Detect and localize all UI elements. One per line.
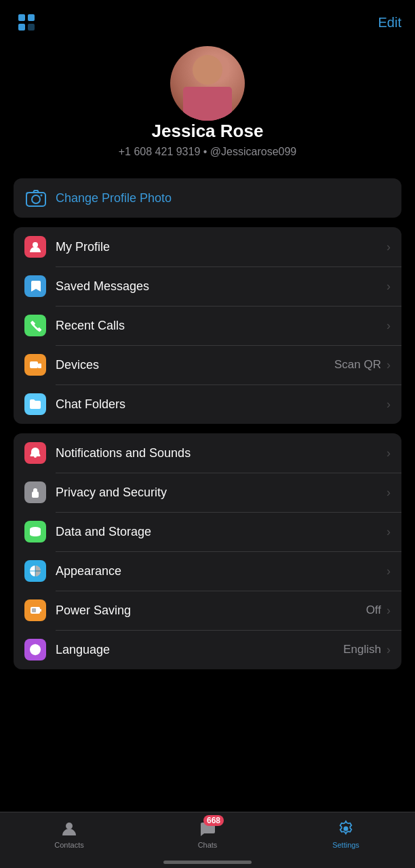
chats-tab-label: Chats — [198, 841, 218, 849]
svg-rect-0 — [18, 14, 25, 21]
chats-tab-icon: 668 — [198, 819, 217, 838]
profile-info: +1 608 421 9319 • @Jessicarose099 — [119, 146, 296, 158]
privacy-icon — [24, 481, 46, 503]
settings-tab-icon — [336, 819, 355, 838]
language-icon — [24, 639, 46, 660]
chevron-icon: › — [387, 564, 391, 578]
chevron-icon: › — [387, 643, 391, 657]
svg-point-8 — [32, 195, 40, 203]
recent-calls-icon — [24, 315, 46, 336]
power-saving-label: Power Saving — [56, 604, 366, 618]
saved-messages-icon — [24, 275, 46, 297]
svg-rect-11 — [30, 361, 38, 368]
appearance-label: Appearance — [56, 564, 385, 578]
devices-icon — [24, 354, 46, 376]
chevron-icon: › — [387, 604, 391, 618]
svg-point-21 — [344, 827, 349, 831]
svg-point-20 — [66, 823, 73, 829]
svg-rect-13 — [32, 492, 39, 498]
grid-icon[interactable] — [14, 9, 39, 35]
menu-item-power-saving[interactable]: Power Saving Off › — [14, 591, 401, 630]
change-photo-button[interactable]: Change Profile Photo — [14, 178, 401, 218]
chevron-icon: › — [387, 319, 391, 333]
svg-point-9 — [41, 195, 43, 197]
devices-label: Devices — [56, 358, 334, 372]
my-profile-icon — [24, 236, 46, 258]
menu-item-appearance[interactable]: Appearance › — [14, 551, 401, 591]
svg-rect-2 — [18, 24, 25, 31]
notifications-icon — [24, 442, 46, 464]
language-label: Language — [56, 643, 343, 657]
tab-bar: Contacts 668 Chats Settings — [0, 812, 415, 868]
menu-item-devices[interactable]: Devices Scan QR › — [14, 345, 401, 384]
appearance-icon — [24, 560, 46, 582]
menu-item-notifications[interactable]: Notifications and Sounds › — [14, 433, 401, 473]
menu-item-my-profile[interactable]: My Profile › — [14, 227, 401, 267]
chevron-icon: › — [387, 358, 391, 372]
chevron-icon: › — [387, 397, 391, 412]
chats-badge: 668 — [203, 815, 224, 826]
devices-value: Scan QR — [334, 358, 381, 372]
chat-folders-icon — [24, 393, 46, 415]
chat-folders-label: Chat Folders — [56, 397, 385, 412]
chevron-icon: › — [387, 525, 391, 539]
menu-group-2: Notifications and Sounds › Privacy and S… — [14, 433, 401, 669]
change-photo-label: Change Profile Photo — [56, 191, 172, 205]
avatar — [170, 46, 245, 121]
tab-chats[interactable]: 668 Chats — [138, 819, 277, 849]
profile-section: Jessica Rose +1 608 421 9319 • @Jessicar… — [0, 39, 415, 172]
privacy-label: Privacy and Security — [56, 486, 385, 500]
menu-item-recent-calls[interactable]: Recent Calls › — [14, 306, 401, 345]
svg-point-10 — [33, 242, 38, 248]
language-value: English — [343, 643, 381, 656]
chevron-icon: › — [387, 240, 391, 254]
contacts-tab-label: Contacts — [54, 841, 83, 849]
menu-item-privacy[interactable]: Privacy and Security › — [14, 473, 401, 512]
svg-rect-3 — [28, 24, 35, 31]
svg-rect-12 — [38, 363, 41, 368]
home-indicator — [163, 861, 252, 864]
menu-item-data-storage[interactable]: Data and Storage › — [14, 512, 401, 551]
notifications-label: Notifications and Sounds — [56, 446, 385, 460]
tab-settings[interactable]: Settings — [277, 819, 415, 849]
power-saving-value: Off — [366, 604, 381, 617]
svg-rect-17 — [40, 609, 41, 612]
header: Edit — [0, 0, 415, 39]
chevron-icon: › — [387, 279, 391, 294]
menu-item-language[interactable]: Language English › — [14, 630, 401, 669]
my-profile-label: My Profile — [56, 240, 385, 254]
svg-point-4 — [193, 55, 222, 85]
menu-item-chat-folders[interactable]: Chat Folders › — [14, 384, 401, 424]
svg-rect-18 — [32, 608, 36, 612]
contacts-tab-icon — [60, 819, 79, 838]
menu-group-1: My Profile › Saved Messages › Recent Cal… — [14, 227, 401, 424]
profile-name: Jessica Rose — [152, 121, 264, 142]
recent-calls-label: Recent Calls — [56, 319, 385, 333]
svg-rect-1 — [28, 14, 35, 21]
saved-messages-label: Saved Messages — [56, 279, 385, 294]
camera-icon — [26, 188, 46, 208]
data-storage-label: Data and Storage — [56, 525, 385, 539]
edit-button[interactable]: Edit — [378, 15, 401, 31]
data-storage-icon — [24, 521, 46, 542]
tab-contacts[interactable]: Contacts — [0, 819, 138, 849]
menu-item-saved-messages[interactable]: Saved Messages › — [14, 267, 401, 306]
svg-rect-6 — [183, 87, 232, 121]
chevron-icon: › — [387, 446, 391, 460]
chevron-icon: › — [387, 486, 391, 500]
power-saving-icon — [24, 599, 46, 621]
settings-tab-label: Settings — [332, 841, 359, 849]
